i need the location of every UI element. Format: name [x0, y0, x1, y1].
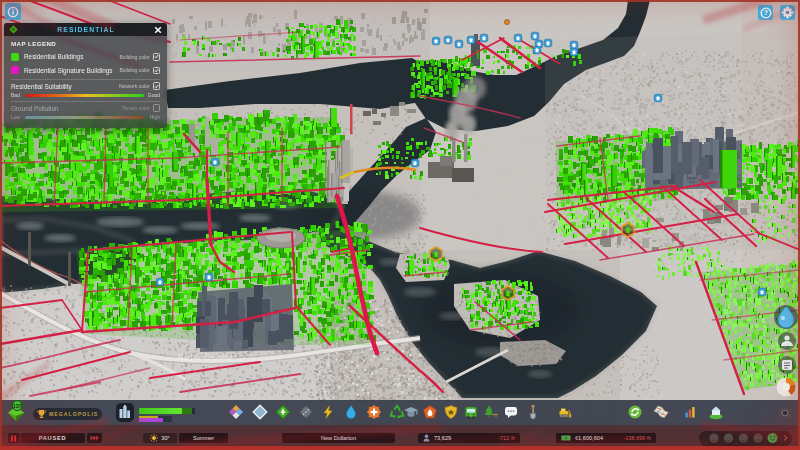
svg-text:?: ? [763, 9, 767, 16]
svg-text:137: 137 [13, 403, 22, 409]
svg-text:Harbor Crossing: Harbor Crossing [177, 353, 233, 362]
